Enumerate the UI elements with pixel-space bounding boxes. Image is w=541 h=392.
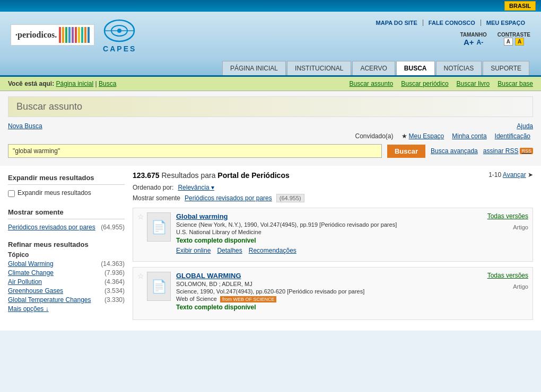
topico-link-4[interactable]: Global Temperature Changes: [8, 296, 91, 304]
result-title-link-1[interactable]: Global warming: [176, 212, 228, 220]
brasil-button[interactable]: BRASIL: [504, 1, 536, 11]
content-area: Você está aqui: Página inicial | Busca B…: [0, 77, 541, 331]
periodicos-revisados-sidebar-link[interactable]: Periódicos revisados por pares: [8, 224, 95, 231]
result-actions-1: Exibir online Detalhes Recomendações: [176, 247, 397, 254]
avancar-link[interactable]: Avançar: [503, 171, 526, 179]
result-item-2: ☆ 📄 GLOBAL WARMING SOLOMON, BD ; ADLER, …: [133, 267, 533, 320]
topico-link-2[interactable]: Air Pollution: [8, 278, 42, 286]
result-meta-2b: Science, 1990, Vol.247(4943), pp.620-620…: [176, 288, 364, 295]
pagination: 1-10 Avançar ➤: [488, 171, 533, 179]
results-count-area: 123.675 Resultados para Portal de Periód…: [133, 171, 290, 180]
document-icon-1: 📄: [151, 220, 167, 235]
breadcrumb-right: Buscar assunto Buscar periódico Buscar l…: [350, 80, 534, 87]
meu-espaco-link[interactable]: Meu Espaço: [409, 132, 444, 140]
todas-versoes-2[interactable]: Todas versões: [487, 272, 528, 279]
todas-versoes-1[interactable]: Todas versões: [487, 212, 528, 220]
topico-global-temp: Global Temperature Changes (3.330): [8, 296, 125, 305]
fale-conosco-link[interactable]: FALE CONOSCO: [423, 20, 481, 26]
relevancia-select[interactable]: Relevância ▾: [178, 184, 214, 191]
search-button[interactable]: Buscar: [387, 145, 425, 158]
document-icon-2: 📄: [151, 279, 167, 294]
rss-icon: RSS: [520, 148, 533, 154]
identificacao-link[interactable]: Identificação: [495, 132, 530, 140]
search-input[interactable]: [8, 144, 382, 158]
topico-air-pollution: Air Pollution (4.364): [8, 278, 125, 287]
topico-link-3[interactable]: Greenhouse Gases: [8, 287, 63, 295]
topico-global-warming: Global Warming (14.363): [8, 260, 125, 269]
tab-busca[interactable]: BUSCA: [396, 61, 435, 75]
sidebar: Expandir meus resultados Expandir meus r…: [8, 171, 125, 325]
buscar-assunto-link[interactable]: Buscar assunto: [350, 80, 394, 87]
tab-noticias[interactable]: NOTÍCIAS: [436, 61, 482, 75]
search-title: Buscar assunto: [8, 96, 533, 117]
refinar-section: Refinar meus resultados Tópico Global Wa…: [8, 240, 125, 313]
texto-disponivel-1: Texto completo disponível: [176, 237, 397, 244]
expandir-section: Expandir meus resultados Expandir meus r…: [8, 171, 125, 198]
ajuda-link[interactable]: Ajuda: [517, 122, 533, 130]
contraste-yellow-button[interactable]: A: [515, 38, 524, 46]
detalhes-1[interactable]: Detalhes: [217, 247, 242, 254]
tab-institucional[interactable]: INSTITUCIONAL: [287, 61, 351, 75]
favorite-icon-2[interactable]: ☆: [137, 272, 144, 280]
buscar-periodico-link[interactable]: Buscar periódico: [401, 80, 448, 87]
topico-link-0[interactable]: Global Warming: [8, 260, 54, 268]
result-source-2: Web of Science from WEB OF SCIENCE: [176, 296, 364, 302]
capes-label: CAPES: [103, 44, 136, 53]
topico-link-1[interactable]: Climate Change: [8, 269, 54, 277]
contraste-block: CONTRASTE A A: [498, 32, 530, 47]
tab-pagina-inicial[interactable]: PÁGINA INICIAL: [222, 61, 286, 75]
busca-avancada-link[interactable]: Busca avançada: [431, 147, 478, 155]
logo-area: ·periodicos.: [11, 17, 137, 53]
mostrar-badge: (64.955): [276, 194, 304, 202]
breadcrumb-home-link[interactable]: Página inicial: [56, 80, 93, 87]
buscar-livro-link[interactable]: Buscar livro: [457, 80, 490, 87]
minha-conta-link[interactable]: Minha conta: [452, 132, 486, 140]
favorite-icon-1[interactable]: ☆: [137, 212, 144, 221]
mais-opcoes: Mais opções ↓: [8, 305, 125, 313]
topico-count-4: (3.330): [104, 296, 125, 305]
topico-count-0: (14.363): [101, 260, 125, 269]
tamanho-block: TAMANHO A+ A-: [460, 32, 486, 47]
breadcrumb: Você está aqui: Página inicial | Busca: [8, 80, 116, 87]
result-thumb-2: 📄: [147, 272, 171, 301]
result-meta-1: Science (New York, N.Y.), 1990, Vol.247(…: [176, 221, 397, 228]
mostrar-row: Mostrar somente Periódicos revisados por…: [133, 194, 533, 202]
result-item-1-header: ☆ 📄 Global warming Science (New York, N.…: [137, 212, 528, 254]
expandir-label: Expandir meus resultados: [18, 189, 91, 198]
topico-climate-change: Climate Change (7.936): [8, 269, 125, 278]
search-input-row: Buscar Busca avançada assinar RSS RSS: [8, 144, 533, 158]
mais-opcoes-link[interactable]: Mais opções ↓: [8, 305, 125, 313]
expandir-checkbox[interactable]: [8, 190, 15, 197]
meu-espaco-nav-link[interactable]: MEU ESPAÇO: [481, 20, 530, 26]
tab-suporte[interactable]: SUPORTE: [483, 61, 529, 75]
header: ·periodicos.: [0, 12, 541, 58]
rss-link[interactable]: assinar RSS RSS: [483, 147, 533, 155]
result-content-1: Global warming Science (New York, N.Y.),…: [176, 212, 397, 254]
topico-count-2: (4.364): [104, 278, 125, 287]
recomendacoes-1[interactable]: Recomendações: [249, 247, 296, 254]
header-nav: MAPA DO SITE FALE CONOSCO MEU ESPAÇO: [371, 20, 530, 26]
ajuda: Ajuda: [517, 122, 533, 130]
ordenado-row: Ordenado por: Relevância ▾: [133, 184, 533, 191]
tamanho-contraste-area: TAMANHO A+ A- CONTRASTE A A: [460, 32, 530, 47]
mapa-site-link[interactable]: MAPA DO SITE: [371, 20, 423, 26]
tamanho-plus[interactable]: A+: [464, 38, 474, 47]
tab-acervo[interactable]: ACERVO: [352, 61, 395, 75]
tamanho-label: TAMANHO: [460, 32, 486, 38]
tamanho-minus[interactable]: A-: [477, 39, 484, 46]
buscar-base-link[interactable]: Buscar base: [498, 80, 533, 87]
convidado-label: Convidado(a): [355, 132, 393, 140]
result-title-link-2[interactable]: GLOBAL WARMING: [176, 272, 241, 280]
nova-busca-link[interactable]: Nova Busca: [8, 122, 42, 130]
breadcrumb-bar: Você está aqui: Página inicial | Busca B…: [0, 77, 541, 91]
periodicos-revisados-link[interactable]: Periódicos revisados por pares: [185, 194, 272, 202]
main-tabs: PÁGINA INICIAL INSTITUCIONAL ACERVO BUSC…: [0, 58, 541, 77]
contraste-label: CONTRASTE: [498, 32, 530, 38]
star-icon: ★: [402, 132, 407, 140]
expandir-checkbox-row: Expandir meus resultados: [8, 189, 125, 198]
results-header: 123.675 Resultados para Portal de Periód…: [133, 171, 533, 180]
breadcrumb-busca-link[interactable]: Busca: [99, 80, 116, 87]
contraste-white-button[interactable]: A: [504, 38, 513, 46]
mostrar-link-row: Periódicos revisados por pares (64.955): [8, 224, 125, 233]
exibir-online-1[interactable]: Exibir online: [176, 247, 211, 254]
